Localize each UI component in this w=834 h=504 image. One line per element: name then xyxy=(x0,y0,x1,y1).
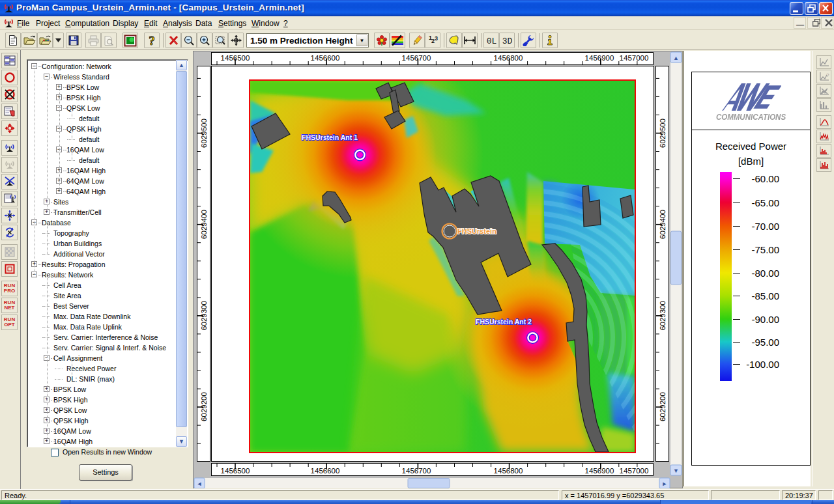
svg-text:1456600: 1456600 xyxy=(311,54,340,62)
svg-text:1456700: 1456700 xyxy=(402,54,431,62)
svg-text:6029200: 6029200 xyxy=(200,392,208,421)
svg-text:1456600: 1456600 xyxy=(311,467,340,475)
svg-text:3D: 3D xyxy=(502,36,512,46)
svg-text:6029300: 6029300 xyxy=(200,301,208,330)
svg-text:FHSUrstein Ant 2: FHSUrstein Ant 2 xyxy=(476,318,532,326)
svg-text:?: ? xyxy=(149,35,155,47)
svg-text:1456700: 1456700 xyxy=(402,467,431,475)
svg-text:6029500: 6029500 xyxy=(200,119,208,148)
svg-text:FHSUrstein Ant 1: FHSUrstein Ant 1 xyxy=(302,133,358,141)
svg-text:0L: 0L xyxy=(486,36,496,46)
svg-text:6029400: 6029400 xyxy=(659,210,667,239)
svg-text:1456800: 1456800 xyxy=(494,467,523,475)
svg-text:1456500: 1456500 xyxy=(221,54,250,62)
svg-text:?: ? xyxy=(826,72,829,78)
svg-text:6029500: 6029500 xyxy=(659,119,667,148)
svg-text:▲: ▲ xyxy=(673,55,679,61)
svg-text:1457000: 1457000 xyxy=(620,467,649,475)
svg-text:▼: ▼ xyxy=(673,468,679,474)
svg-text:3: 3 xyxy=(435,35,438,42)
svg-text:1457000: 1457000 xyxy=(620,54,649,62)
svg-text:►: ► xyxy=(662,481,668,487)
svg-text:1456900: 1456900 xyxy=(585,54,614,62)
svg-text:1456900: 1456900 xyxy=(585,467,614,475)
svg-text:1456800: 1456800 xyxy=(494,54,523,62)
svg-text:FHSUrstein: FHSUrstein xyxy=(457,227,496,235)
svg-text:6029300: 6029300 xyxy=(659,301,667,330)
svg-text:6029400: 6029400 xyxy=(200,210,208,239)
svg-text:1456500: 1456500 xyxy=(221,467,250,475)
svg-text:◄: ◄ xyxy=(197,481,203,487)
svg-text:6029200: 6029200 xyxy=(659,392,667,421)
